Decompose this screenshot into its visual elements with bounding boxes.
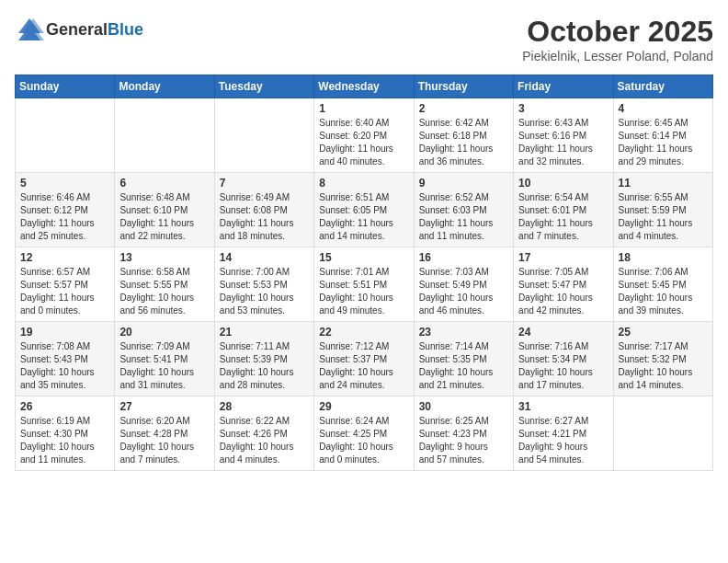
calendar-cell: 24Sunrise: 7:16 AM Sunset: 5:34 PM Dayli… [514, 322, 613, 396]
day-number: 28 [220, 400, 309, 413]
calendar-cell: 15Sunrise: 7:01 AM Sunset: 5:51 PM Dayli… [314, 247, 414, 322]
day-info: Sunrise: 6:52 AM Sunset: 6:03 PM Dayligh… [419, 191, 508, 243]
weekday-header-thursday: Thursday [414, 75, 513, 98]
day-number: 16 [419, 251, 508, 264]
day-number: 25 [619, 326, 708, 339]
weekday-header-friday: Friday [514, 75, 613, 98]
calendar-cell [613, 396, 712, 471]
calendar-week-row: 5Sunrise: 6:46 AM Sunset: 6:12 PM Daylig… [16, 173, 713, 247]
weekday-header-sunday: Sunday [16, 75, 115, 98]
day-info: Sunrise: 6:43 AM Sunset: 6:16 PM Dayligh… [518, 117, 608, 168]
logo-icon [15, 15, 44, 44]
day-info: Sunrise: 7:06 AM Sunset: 5:45 PM Dayligh… [619, 266, 708, 317]
day-number: 18 [619, 251, 708, 264]
calendar-cell: 23Sunrise: 7:14 AM Sunset: 5:35 PM Dayli… [414, 322, 513, 396]
page-header: GeneralBlue October 2025 Piekielnik, Les… [15, 15, 713, 63]
day-number: 23 [419, 326, 508, 339]
day-number: 13 [119, 251, 209, 264]
day-info: Sunrise: 7:05 AM Sunset: 5:47 PM Dayligh… [518, 266, 608, 317]
day-info: Sunrise: 6:49 AM Sunset: 6:08 PM Dayligh… [220, 191, 309, 243]
calendar-cell: 5Sunrise: 6:46 AM Sunset: 6:12 PM Daylig… [16, 173, 115, 247]
day-info: Sunrise: 6:25 AM Sunset: 4:23 PM Dayligh… [419, 415, 508, 466]
day-number: 4 [619, 102, 708, 115]
calendar-cell: 30Sunrise: 6:25 AM Sunset: 4:23 PM Dayli… [414, 396, 513, 471]
day-number: 1 [319, 102, 408, 115]
day-info: Sunrise: 6:55 AM Sunset: 5:59 PM Dayligh… [619, 191, 708, 243]
day-number: 30 [419, 400, 508, 413]
day-number: 15 [319, 251, 408, 264]
day-info: Sunrise: 6:48 AM Sunset: 6:10 PM Dayligh… [119, 191, 209, 243]
day-info: Sunrise: 6:57 AM Sunset: 5:57 PM Dayligh… [20, 266, 109, 317]
calendar-cell: 27Sunrise: 6:20 AM Sunset: 4:28 PM Dayli… [115, 396, 214, 471]
calendar-table: SundayMondayTuesdayWednesdayThursdayFrid… [15, 75, 713, 471]
calendar-week-row: 1Sunrise: 6:40 AM Sunset: 6:20 PM Daylig… [16, 98, 713, 173]
logo-blue: Blue [108, 20, 143, 39]
calendar-cell: 17Sunrise: 7:05 AM Sunset: 5:47 PM Dayli… [514, 247, 613, 322]
calendar-cell: 26Sunrise: 6:19 AM Sunset: 4:30 PM Dayli… [16, 396, 115, 471]
calendar-cell [115, 98, 214, 173]
day-number: 12 [20, 251, 109, 264]
calendar-cell: 18Sunrise: 7:06 AM Sunset: 5:45 PM Dayli… [613, 247, 712, 322]
day-number: 29 [319, 400, 408, 413]
day-info: Sunrise: 7:17 AM Sunset: 5:32 PM Dayligh… [619, 340, 708, 392]
calendar-cell: 13Sunrise: 6:58 AM Sunset: 5:55 PM Dayli… [115, 247, 214, 322]
location: Piekielnik, Lesser Poland, Poland [522, 49, 713, 63]
day-info: Sunrise: 7:11 AM Sunset: 5:39 PM Dayligh… [220, 340, 309, 392]
day-number: 6 [119, 177, 209, 190]
calendar-cell: 10Sunrise: 6:54 AM Sunset: 6:01 PM Dayli… [514, 173, 613, 247]
calendar-cell: 22Sunrise: 7:12 AM Sunset: 5:37 PM Dayli… [314, 322, 414, 396]
calendar-cell: 6Sunrise: 6:48 AM Sunset: 6:10 PM Daylig… [115, 173, 214, 247]
calendar-cell [16, 98, 115, 173]
day-info: Sunrise: 6:22 AM Sunset: 4:26 PM Dayligh… [220, 415, 309, 466]
calendar-cell: 21Sunrise: 7:11 AM Sunset: 5:39 PM Dayli… [214, 322, 313, 396]
calendar-cell: 28Sunrise: 6:22 AM Sunset: 4:26 PM Dayli… [214, 396, 313, 471]
calendar-cell: 4Sunrise: 6:45 AM Sunset: 6:14 PM Daylig… [613, 98, 712, 173]
day-info: Sunrise: 7:01 AM Sunset: 5:51 PM Dayligh… [319, 266, 408, 317]
svg-marker-1 [22, 18, 44, 40]
calendar-cell: 19Sunrise: 7:08 AM Sunset: 5:43 PM Dayli… [16, 322, 115, 396]
calendar-cell: 8Sunrise: 6:51 AM Sunset: 6:05 PM Daylig… [314, 173, 414, 247]
day-number: 21 [220, 326, 309, 339]
day-number: 3 [518, 102, 608, 115]
day-info: Sunrise: 6:42 AM Sunset: 6:18 PM Dayligh… [419, 117, 508, 168]
day-info: Sunrise: 7:08 AM Sunset: 5:43 PM Dayligh… [20, 340, 109, 392]
day-number: 27 [119, 400, 209, 413]
day-number: 24 [518, 326, 608, 339]
day-info: Sunrise: 7:03 AM Sunset: 5:49 PM Dayligh… [419, 266, 508, 317]
calendar-cell: 11Sunrise: 6:55 AM Sunset: 5:59 PM Dayli… [613, 173, 712, 247]
day-info: Sunrise: 7:12 AM Sunset: 5:37 PM Dayligh… [319, 340, 408, 392]
day-info: Sunrise: 6:24 AM Sunset: 4:25 PM Dayligh… [319, 415, 408, 466]
day-number: 14 [220, 251, 309, 264]
calendar-cell: 3Sunrise: 6:43 AM Sunset: 6:16 PM Daylig… [514, 98, 613, 173]
calendar-cell: 9Sunrise: 6:52 AM Sunset: 6:03 PM Daylig… [414, 173, 513, 247]
day-info: Sunrise: 6:20 AM Sunset: 4:28 PM Dayligh… [119, 415, 209, 466]
calendar-cell: 12Sunrise: 6:57 AM Sunset: 5:57 PM Dayli… [16, 247, 115, 322]
day-number: 31 [518, 400, 608, 413]
day-info: Sunrise: 7:00 AM Sunset: 5:53 PM Dayligh… [220, 266, 309, 317]
calendar-cell: 7Sunrise: 6:49 AM Sunset: 6:08 PM Daylig… [214, 173, 313, 247]
day-info: Sunrise: 7:14 AM Sunset: 5:35 PM Dayligh… [419, 340, 508, 392]
weekday-header-tuesday: Tuesday [214, 75, 313, 98]
day-number: 19 [20, 326, 109, 339]
day-info: Sunrise: 6:40 AM Sunset: 6:20 PM Dayligh… [319, 117, 408, 168]
calendar-cell: 20Sunrise: 7:09 AM Sunset: 5:41 PM Dayli… [115, 322, 214, 396]
day-number: 17 [518, 251, 608, 264]
day-info: Sunrise: 6:19 AM Sunset: 4:30 PM Dayligh… [20, 415, 109, 466]
calendar-week-row: 26Sunrise: 6:19 AM Sunset: 4:30 PM Dayli… [16, 396, 713, 471]
calendar-cell: 16Sunrise: 7:03 AM Sunset: 5:49 PM Dayli… [414, 247, 513, 322]
day-number: 8 [319, 177, 408, 190]
month-title: October 2025 [522, 15, 713, 49]
day-number: 9 [419, 177, 508, 190]
day-number: 11 [619, 177, 708, 190]
day-number: 10 [518, 177, 608, 190]
calendar-cell: 1Sunrise: 6:40 AM Sunset: 6:20 PM Daylig… [314, 98, 414, 173]
day-number: 2 [419, 102, 508, 115]
calendar-week-row: 19Sunrise: 7:08 AM Sunset: 5:43 PM Dayli… [16, 322, 713, 396]
calendar-cell: 14Sunrise: 7:00 AM Sunset: 5:53 PM Dayli… [214, 247, 313, 322]
calendar-cell [214, 98, 313, 173]
day-info: Sunrise: 7:09 AM Sunset: 5:41 PM Dayligh… [119, 340, 209, 392]
day-number: 22 [319, 326, 408, 339]
day-info: Sunrise: 6:54 AM Sunset: 6:01 PM Dayligh… [518, 191, 608, 243]
weekday-header-wednesday: Wednesday [314, 75, 414, 98]
day-info: Sunrise: 6:51 AM Sunset: 6:05 PM Dayligh… [319, 191, 408, 243]
